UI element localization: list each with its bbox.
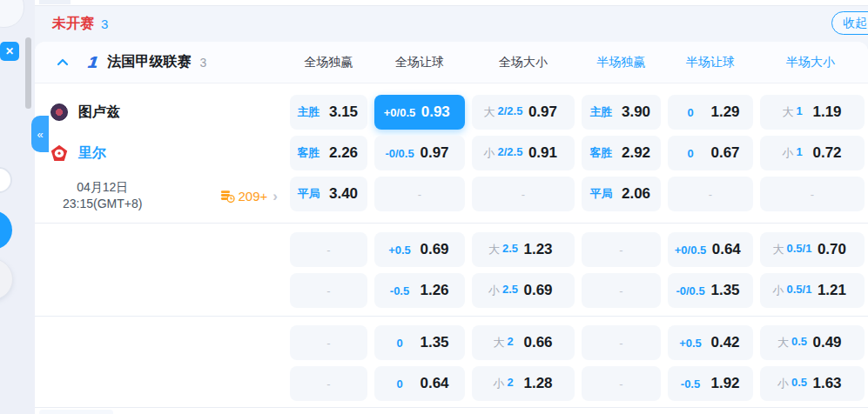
odds-cell-empty: - <box>668 177 753 211</box>
odds-cell-empty: - <box>582 273 661 308</box>
odds-value: 0.49 <box>807 334 847 351</box>
odds-label: 主胜 <box>294 104 324 120</box>
odds-cell-htou-over[interactable]: 大0.5 0.49 <box>760 325 865 360</box>
odds-cell-ht1x2-away[interactable]: 客胜 2.92 <box>582 136 661 170</box>
odds-cell-empty: - <box>290 273 367 308</box>
league-logo-icon: 1 <box>86 53 98 72</box>
odds-cell-fthandicap[interactable]: 0 1.35 <box>374 325 465 360</box>
odds-cell-htou-under[interactable]: 小1 0.72 <box>760 136 865 170</box>
odds-label: 0 <box>676 147 705 160</box>
floating-blue-button[interactable] <box>0 210 12 250</box>
ou-side: 小 <box>484 145 495 161</box>
league-toggle[interactable]: 1 法国甲级联赛 3 <box>35 42 290 83</box>
odds-cell-htou-over[interactable]: 大1 1.19 <box>760 95 865 130</box>
odds-cell-empty: - <box>582 232 661 267</box>
status-row: 未开赛 3 收起 <box>35 6 868 42</box>
odds-cell-ftou-under[interactable]: 小2/2.5 0.91 <box>472 136 575 170</box>
odds-cell-ftou-under[interactable]: 小2 1.28 <box>472 366 575 401</box>
close-icon[interactable]: ✕ <box>0 42 19 61</box>
main-panel: 未开赛 3 收起 1 法国甲级联赛 3 全场独赢 全场让球 全场大小 半场独赢 <box>35 0 868 414</box>
spacer <box>35 325 290 360</box>
odds-cell-htou-under[interactable]: 小0.5/1 1.21 <box>760 273 865 308</box>
column-header-ft-overunder: 全场大小 <box>472 42 582 83</box>
ou-line: 0.5/1 <box>787 283 812 298</box>
dash: - <box>418 188 421 201</box>
odds-cell-ftou-over[interactable]: 大2 0.66 <box>472 325 575 360</box>
odds-value: 0.69 <box>518 282 558 299</box>
odds-cell-ft1x2-home[interactable]: 主胜 3.15 <box>290 95 367 130</box>
odds-label: 0 <box>385 377 414 391</box>
odds-value: 0.72 <box>807 144 847 162</box>
next-section-nub <box>39 410 113 414</box>
odds-cell-empty: - <box>374 177 465 211</box>
odds-value: 0.97 <box>522 104 562 121</box>
odds-cell-fthandicap-away[interactable]: -0/0.5 0.97 <box>374 136 465 170</box>
odds-cell-fthandicap-home-selected[interactable]: +0/0.5 0.93 <box>374 95 465 130</box>
odds-label: +0.5 <box>385 244 414 257</box>
ou-side: 大 <box>484 104 495 120</box>
odds-cell-htou-over[interactable]: 大0.5/1 0.70 <box>760 232 865 267</box>
odds-cell-ht1x2-draw[interactable]: 平局 2.06 <box>582 177 661 211</box>
scrollbar-thumb[interactable] <box>25 37 31 109</box>
ou-side: 小 <box>773 283 784 298</box>
odds-cell-hthandicap-away[interactable]: 0 0.67 <box>668 136 753 170</box>
ou-line: 2 <box>507 376 513 391</box>
collapse-button[interactable]: 收起 <box>831 11 868 35</box>
rail-pill-decoration <box>0 0 24 28</box>
odds-label: +0.5 <box>676 337 705 350</box>
odds-value: 1.28 <box>518 375 558 392</box>
league-card: 1 法国甲级联赛 3 全场独赢 全场让球 全场大小 半场独赢 半场让球 半场大小… <box>35 42 868 414</box>
odds-label: 客胜 <box>587 145 616 161</box>
match-datetime: 04月12日 23:15(GMT+8) <box>63 179 142 212</box>
odds-cell-ft1x2-away[interactable]: 客胜 2.26 <box>290 136 367 170</box>
odds-cell-hthandicap[interactable]: -0.5 1.92 <box>668 366 753 401</box>
odds-cell-ft1x2-draw[interactable]: 平局 3.40 <box>290 177 367 211</box>
dash: - <box>811 188 814 201</box>
ou-side: 小 <box>493 376 504 391</box>
chevron-up-icon[interactable] <box>57 58 69 66</box>
odds-cell-fthandicap[interactable]: +0.5 0.69 <box>374 232 465 267</box>
home-team-row[interactable]: 图卢兹 <box>35 95 290 130</box>
odds-cell-ftou-over[interactable]: 大2.5 1.23 <box>472 232 575 267</box>
odds-cell-empty: - <box>582 366 661 401</box>
odds-cell-hthandicap[interactable]: -0/0.5 1.35 <box>668 273 753 308</box>
column-header-ht-overunder: 半场大小 <box>760 42 868 83</box>
odds-cell-hthandicap[interactable]: +0.5 0.42 <box>668 325 753 360</box>
odds-cell-empty: - <box>290 232 367 267</box>
odds-label: -0/0.5 <box>385 147 414 160</box>
odds-group-3: - 0 1.35 大2 0.66 - +0.5 0.42 大0.5 0.49 <box>35 317 868 407</box>
odds-cell-ht1x2-home[interactable]: 主胜 3.90 <box>582 95 661 130</box>
away-team-name: 里尔 <box>78 144 106 163</box>
ou-line: 0.5/1 <box>787 242 812 257</box>
odds-value: 1.35 <box>414 334 454 351</box>
odds-value: 3.40 <box>324 185 364 203</box>
odds-cell-hthandicap-home[interactable]: 0 1.29 <box>668 95 753 130</box>
match-date: 04月12日 <box>63 179 142 196</box>
dash: - <box>619 377 622 391</box>
odds-label: -0.5 <box>676 377 705 391</box>
odds-value: 0.64 <box>706 241 746 258</box>
ou-line: 0.5 <box>791 335 807 351</box>
home-team-logo-icon <box>50 104 68 121</box>
odds-value: 0.67 <box>705 144 745 162</box>
more-markets-link[interactable]: 209+ › <box>220 189 278 204</box>
ou-line: 2/2.5 <box>498 145 523 161</box>
floating-gray-button[interactable] <box>0 258 13 300</box>
away-team-row[interactable]: 里尔 <box>35 136 290 170</box>
spacer <box>35 232 290 267</box>
odds-cell-fthandicap[interactable]: 0 0.64 <box>374 366 465 401</box>
odds-cell-ftou-over[interactable]: 大2/2.5 0.97 <box>472 95 575 130</box>
odds-value: 0.42 <box>705 334 745 351</box>
odds-cell-ftou-under[interactable]: 小2.5 0.69 <box>472 273 575 308</box>
dash: - <box>709 188 712 201</box>
floating-ring-button[interactable] <box>0 167 12 193</box>
odds-cell-htou-under[interactable]: 小0.5 1.63 <box>760 366 865 401</box>
sidebar-collapse-tab[interactable]: « <box>31 116 49 152</box>
ou-side: 小 <box>777 376 789 391</box>
odds-cell-fthandicap[interactable]: -0.5 1.26 <box>374 273 465 308</box>
column-header-ht-1x2: 半场独赢 <box>582 42 668 83</box>
status-title: 未开赛 <box>52 15 94 33</box>
odds-cell-hthandicap[interactable]: +0/0.5 0.64 <box>668 232 753 267</box>
column-header-ht-handicap: 半场让球 <box>668 42 760 83</box>
ou-side: 大 <box>777 335 789 351</box>
